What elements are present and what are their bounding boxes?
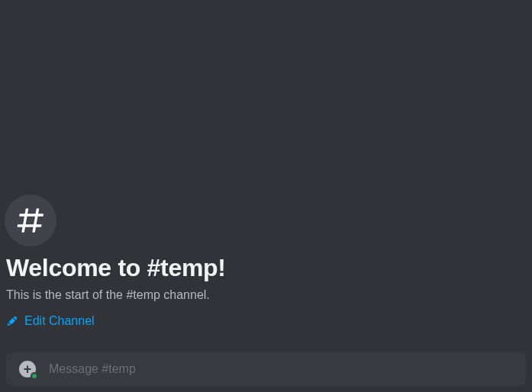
- message-input[interactable]: [49, 362, 514, 376]
- edit-channel-button[interactable]: Edit Channel: [6, 311, 95, 331]
- pencil-icon: [6, 315, 18, 327]
- status-dot-icon: [31, 372, 38, 380]
- hash-icon: [15, 204, 47, 236]
- channel-hash-icon: [5, 194, 56, 246]
- welcome-title: Welcome to #temp!: [6, 254, 520, 282]
- message-composer: +: [6, 352, 526, 386]
- edit-channel-label: Edit Channel: [24, 314, 95, 328]
- welcome-subtitle: This is the start of the #temp channel.: [6, 288, 520, 302]
- channel-welcome-block: Welcome to #temp! This is the start of t…: [6, 194, 526, 343]
- channel-content: Welcome to #temp! This is the start of t…: [0, 194, 532, 392]
- attach-button[interactable]: +: [18, 360, 37, 378]
